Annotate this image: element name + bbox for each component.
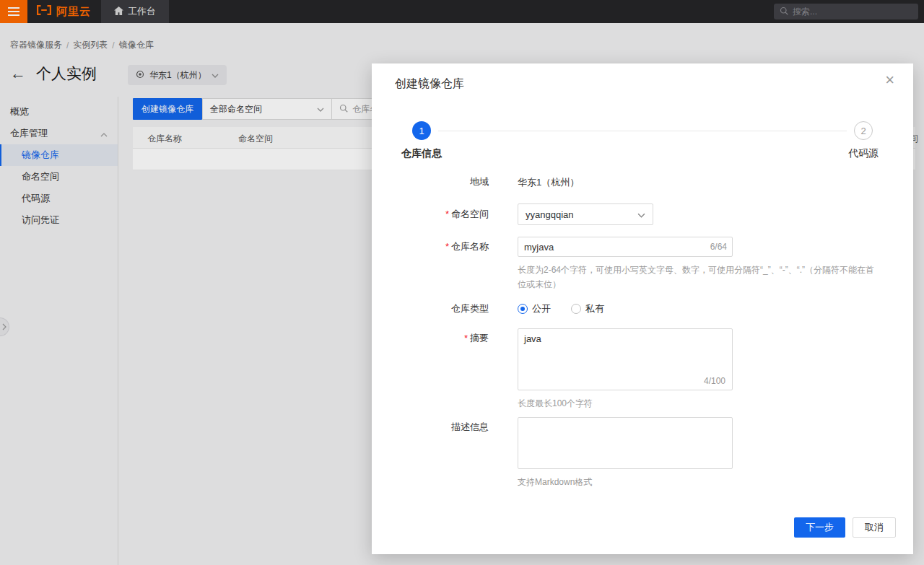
region-field-value: 华东1（杭州） (518, 177, 579, 188)
required-asterisk: * (445, 209, 449, 219)
region-field-label: 地域 (395, 175, 489, 188)
cancel-button[interactable]: 取消 (853, 517, 896, 538)
summary-help-text: 长度最长100个字符 (518, 396, 733, 411)
summary-textarea[interactable]: java (518, 328, 733, 390)
create-repo-form: 地域 华东1（杭州） *命名空间 yyangqqian *仓库名称 (395, 63, 890, 554)
radio-private-label: 私有 (585, 302, 604, 315)
description-help-text: 支持Markdown格式 (518, 475, 733, 489)
namespace-select[interactable]: yyangqqian (518, 203, 653, 225)
description-field-label: 描述信息 (395, 417, 489, 437)
namespace-select-value: yyangqqian (526, 209, 574, 220)
namespace-field-label: *命名空间 (395, 203, 489, 225)
chevron-down-icon (637, 209, 645, 220)
summary-field-label: *摘要 (395, 328, 489, 349)
repo-name-char-count: 6/64 (710, 242, 727, 252)
form-row-description: 描述信息 支持Markdown格式 (395, 417, 733, 489)
repo-name-input[interactable] (518, 237, 733, 257)
form-row-repo-name: *仓库名称 6/64 长度为2-64个字符，可使用小写英文字母、数字，可使用分隔… (395, 237, 882, 292)
screen: 阿里云 工作台 容器镜像服务 / 实例列表 / 镜像仓库 ← 个人实例 华东1（… (0, 0, 924, 565)
repo-type-field-label: 仓库类型 (395, 302, 489, 315)
radio-public[interactable]: 公开 (518, 302, 551, 315)
radio-public-dot (518, 304, 528, 314)
summary-char-count: 4/100 (704, 376, 725, 386)
form-row-region: 地域 华东1（杭州） (395, 175, 579, 189)
required-asterisk: * (464, 333, 468, 343)
radio-private[interactable]: 私有 (571, 302, 604, 315)
form-row-summary: *摘要 java 4/100 长度最长100个字符 (395, 328, 733, 411)
repo-name-help-text: 长度为2-64个字符，可使用小写英文字母、数字，可使用分隔符“_”、“-”、“.… (518, 263, 882, 292)
next-step-button[interactable]: 下一步 (794, 517, 845, 538)
required-asterisk: * (445, 241, 449, 252)
form-row-namespace: *命名空间 yyangqqian (395, 203, 653, 225)
repo-name-field-label: *仓库名称 (395, 237, 489, 257)
radio-public-label: 公开 (532, 302, 551, 315)
repo-type-radio-group: 公开 私有 (518, 302, 604, 315)
description-textarea[interactable] (518, 417, 733, 469)
form-row-repo-type: 仓库类型 公开 私有 (395, 302, 604, 315)
create-repo-modal: 创建镜像仓库 × 1 仓库信息 2 代码源 地域 华东1（杭州） *命名空间 y… (372, 63, 913, 554)
radio-private-dot (571, 304, 581, 314)
modal-footer: 下一步 取消 (794, 517, 896, 538)
